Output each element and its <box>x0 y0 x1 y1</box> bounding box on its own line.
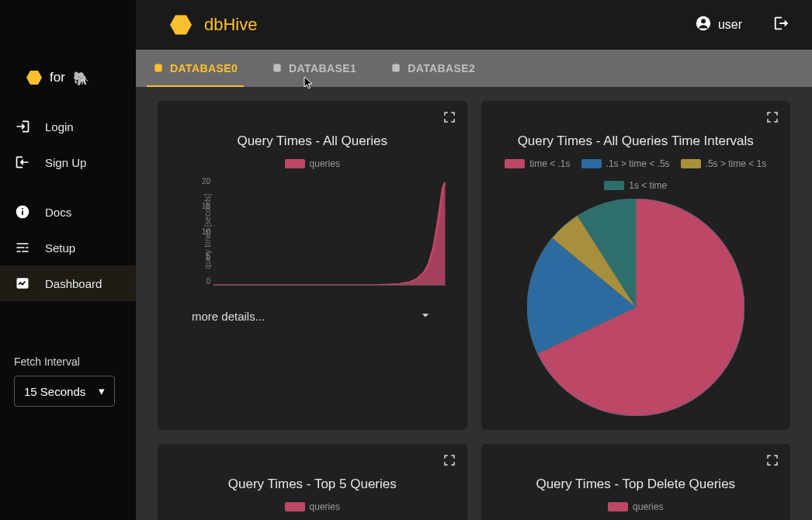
expand-button[interactable] <box>442 110 456 124</box>
legend-label: 1s < time <box>629 180 667 191</box>
user-menu[interactable]: user <box>695 15 742 35</box>
legend-label: .1s > time < .5s <box>606 158 670 169</box>
tab-label: DATABASE1 <box>289 62 356 75</box>
y-tick: 15 <box>192 202 210 210</box>
login-icon <box>14 118 31 135</box>
tab-database2[interactable]: DATABASE2 <box>373 50 492 87</box>
tab-database0[interactable]: DATABASE0 <box>136 50 255 87</box>
card-title: Query Times - Top 5 Queries <box>172 477 453 492</box>
svg-rect-3 <box>17 278 29 288</box>
postgres-icon: 🐘 <box>73 71 87 85</box>
tab-label: DATABASE2 <box>408 62 475 75</box>
logout-button[interactable] <box>773 15 790 35</box>
expand-button[interactable] <box>442 453 456 467</box>
expand-button[interactable] <box>765 453 779 467</box>
legend-label: time < .1s <box>529 158 570 169</box>
chart-legend: queries <box>172 501 453 512</box>
more-details-toggle[interactable]: more details... <box>172 307 453 325</box>
svg-rect-2 <box>22 208 23 210</box>
chevron-down-icon <box>418 307 433 325</box>
legend-label: .5s > time < 1s <box>706 158 767 169</box>
dropdown-icon: ▾ <box>99 384 105 398</box>
card-title: Query Times - All Queries <box>172 133 453 149</box>
brand: for 🐘 <box>0 70 136 109</box>
dashboard-content: Query Times - All Queries queries query … <box>136 87 812 520</box>
chart-legend: queries <box>495 501 777 512</box>
chart-legend: queries <box>172 158 453 169</box>
expand-button[interactable] <box>765 110 779 124</box>
tune-icon <box>14 239 31 256</box>
sidebar-item-login[interactable]: Login <box>0 109 136 144</box>
svg-point-5 <box>701 19 706 23</box>
fetch-interval-label: Fetch Interval <box>14 355 122 368</box>
tab-label: DATABASE0 <box>170 62 238 75</box>
legend-label: queries <box>633 501 663 512</box>
app-title: dbHive <box>204 15 257 35</box>
sidebar-item-signup[interactable]: Sign Up <box>0 144 136 180</box>
database-tabs: DATABASE0 DATABASE1 DATABASE2 <box>136 50 812 87</box>
y-tick: 0 <box>192 277 210 286</box>
sidebar-item-label: Sign Up <box>45 156 86 169</box>
dashboard-icon <box>14 275 31 292</box>
card-query-times-top5: Query Times - Top 5 Queries queries <box>158 444 467 520</box>
database-icon <box>390 63 401 74</box>
more-details-label: more details... <box>192 310 265 323</box>
y-tick: 10 <box>192 227 210 236</box>
legend-label: queries <box>310 501 340 512</box>
y-tick: 20 <box>192 177 210 185</box>
database-icon <box>153 63 164 74</box>
main: dbHive user DATABASE0 DATABASE1 DATABASE… <box>136 0 812 520</box>
y-ticks: 20 15 10 5 0 <box>192 177 210 286</box>
sidebar-item-label: Docs <box>45 206 71 219</box>
logo-icon <box>26 70 42 85</box>
line-plot <box>213 177 446 286</box>
card-query-times-all: Query Times - All Queries queries query … <box>158 101 467 430</box>
card-title: Query Times - All Queries Time Intervals <box>495 133 777 149</box>
sidebar-item-label: Dashboard <box>45 277 102 290</box>
sidebar-item-label: Setup <box>45 241 75 255</box>
y-tick: 5 <box>192 252 210 261</box>
tab-database1[interactable]: DATABASE1 <box>255 50 373 87</box>
user-icon <box>695 15 712 35</box>
brand-label: for <box>50 70 65 85</box>
chart-legend: time < .1s .1s > time < .5s .5s > time <… <box>495 158 777 191</box>
signup-icon <box>14 154 31 171</box>
pie-chart <box>495 199 777 416</box>
info-icon <box>14 203 31 220</box>
card-title: Query Times - Top Delete Queries <box>495 477 777 492</box>
sidebar-item-label: Login <box>45 120 74 133</box>
svg-rect-1 <box>22 210 23 215</box>
user-name: user <box>718 18 742 32</box>
sidebar-item-setup[interactable]: Setup <box>0 230 136 265</box>
fetch-interval-value: 15 Seconds <box>24 385 85 398</box>
app-logo-icon <box>170 14 192 36</box>
card-query-times-intervals: Query Times - All Queries Time Intervals… <box>481 101 791 430</box>
topbar: dbHive user <box>136 0 812 50</box>
legend-label: queries <box>310 158 340 169</box>
card-query-times-delete: Query Times - Top Delete Queries queries <box>481 444 791 520</box>
fetch-interval-select[interactable]: 15 Seconds ▾ <box>14 376 115 407</box>
fetch-interval-block: Fetch Interval 15 Seconds ▾ <box>0 355 136 407</box>
sidebar-item-dashboard[interactable]: Dashboard <box>0 265 136 301</box>
database-icon <box>272 63 283 74</box>
sidebar: for 🐘 Login Sign Up Docs Setup Dashboard… <box>0 0 136 520</box>
sidebar-item-docs[interactable]: Docs <box>0 194 136 230</box>
line-chart: query times [seconds] 20 15 10 5 0 <box>195 177 446 286</box>
